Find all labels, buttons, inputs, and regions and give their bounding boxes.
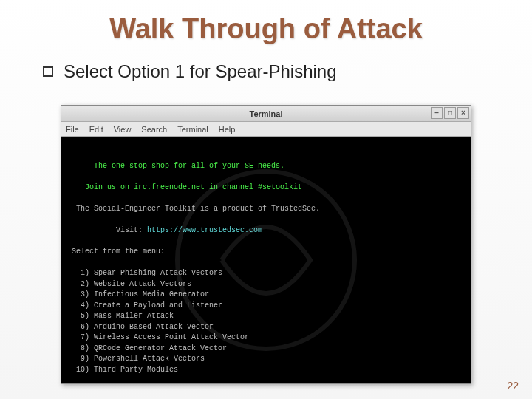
menu-file[interactable]: File	[66, 125, 79, 134]
slide-title: Walk Through of Attack	[0, 0, 532, 45]
term-menu-4: 4) Create a Payload and Listener	[67, 301, 222, 310]
menu-edit[interactable]: Edit	[89, 125, 103, 134]
term-menu-5: 5) Mass Mailer Attack	[67, 312, 174, 320]
maximize-button[interactable]: □	[444, 107, 456, 119]
terminal-window: Terminal – □ × File Edit View Search Ter…	[61, 105, 471, 384]
menu-help[interactable]: Help	[219, 125, 236, 134]
minimize-button[interactable]: –	[431, 107, 443, 119]
page-number: 22	[507, 380, 519, 392]
window-controls: – □ ×	[431, 107, 469, 119]
bullet-square-icon	[43, 66, 53, 77]
terminal-title: Terminal	[249, 109, 282, 118]
menu-terminal[interactable]: Terminal	[177, 125, 208, 134]
menu-view[interactable]: View	[114, 125, 132, 134]
terminal-titlebar: Terminal – □ ×	[61, 106, 471, 122]
term-menu-8: 8) QRCode Generator Attack Vector	[67, 344, 227, 352]
term-menu-9: 9) Powershell Attack Vectors	[67, 355, 205, 363]
term-menu-1: 1) Spear-Phishing Attack Vectors	[67, 269, 222, 277]
term-line-product: The Social-Engineer Toolkit is a product…	[67, 205, 320, 213]
term-menu-2: 2) Website Attack Vectors	[67, 280, 191, 288]
menu-search[interactable]: Search	[141, 125, 167, 134]
bullet-text: Select Option 1 for Spear-Phishing	[64, 61, 337, 82]
term-menu-3: 3) Infectious Media Generator	[67, 290, 209, 299]
terminal-menubar: File Edit View Search Terminal Help	[61, 122, 471, 137]
close-button[interactable]: ×	[457, 107, 469, 119]
term-line-tagline: The one stop shop for all of your SE nee…	[67, 162, 284, 170]
term-line-visit-label: Visit:	[67, 226, 147, 234]
bullet-item: Select Option 1 for Spear-Phishing	[43, 61, 532, 82]
term-line-irc: Join us on irc.freenode.net in channel #…	[67, 183, 302, 191]
terminal-body[interactable]: The one stop shop for all of your SE nee…	[61, 137, 471, 383]
slide: Walk Through of Attack Select Option 1 f…	[0, 0, 532, 399]
term-line-select: Select from the menu:	[67, 248, 165, 256]
term-menu-6: 6) Arduino-Based Attack Vector	[67, 323, 214, 331]
term-menu-10: 10) Third Party Modules	[67, 366, 178, 374]
term-line-visit-url: https://www.trustedsec.com	[147, 226, 262, 234]
term-menu-7: 7) Wireless Access Point Attack Vector	[67, 333, 249, 341]
